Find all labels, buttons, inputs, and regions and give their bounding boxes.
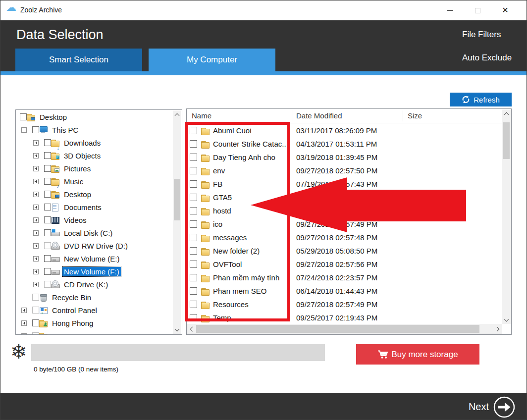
expand-icon[interactable]: [33, 269, 39, 274]
file-row[interactable]: Resources09/27/2018 02:57:49 PM: [187, 298, 502, 311]
file-row[interactable]: FB07/19/2018 02:57:43 PM: [187, 177, 502, 191]
file-row[interactable]: hostd: [187, 204, 502, 217]
checkbox[interactable]: [44, 178, 51, 185]
file-row[interactable]: ico09/27/2018 02:57:49 PM: [187, 217, 502, 231]
list-scrollbar-thumb[interactable]: [503, 122, 510, 159]
scroll-down-button[interactable]: [502, 315, 511, 324]
auto-exclude-link[interactable]: Auto Exclude: [462, 53, 512, 63]
buy-more-storage-button[interactable]: Buy more storage: [356, 344, 479, 365]
tree-row[interactable]: New Volume (F:): [16, 265, 173, 278]
checkbox[interactable]: [32, 126, 39, 133]
file-row[interactable]: Counter Strike Catac..04/13/2017 01:53:1…: [187, 137, 502, 151]
tree-row[interactable]: Hong Phong: [16, 316, 173, 329]
expand-icon[interactable]: [21, 308, 27, 313]
expand-icon[interactable]: [21, 320, 27, 326]
checkbox[interactable]: [32, 294, 39, 301]
scroll-right-button[interactable]: [493, 324, 502, 334]
checkbox[interactable]: [44, 204, 51, 210]
checkbox[interactable]: [44, 191, 51, 198]
checkbox[interactable]: [190, 127, 197, 134]
tree-scrollbar-thumb[interactable]: [174, 179, 180, 220]
file-row[interactable]: OVFTool09/27/2018 02:57:56 PM: [187, 258, 502, 271]
checkbox[interactable]: [190, 140, 197, 148]
checkbox[interactable]: [44, 139, 51, 146]
file-row[interactable]: Phan mềm máy tính07/24/2018 02:23:57 PM: [187, 271, 502, 284]
checkbox[interactable]: [190, 287, 197, 295]
checkbox[interactable]: [32, 307, 39, 314]
collapse-icon[interactable]: [21, 127, 27, 133]
expand-icon[interactable]: [21, 333, 27, 335]
checkbox[interactable]: [190, 274, 197, 281]
expand-icon[interactable]: [33, 140, 39, 146]
tree-row[interactable]: Local Disk (C:): [16, 226, 173, 239]
expand-icon[interactable]: [33, 282, 39, 287]
tree-vertical-scrollbar[interactable]: [173, 110, 181, 334]
tree-row[interactable]: Pictures: [16, 162, 173, 175]
checkbox[interactable]: [190, 220, 197, 228]
checkbox[interactable]: [190, 154, 197, 161]
expand-icon[interactable]: [33, 192, 39, 197]
tree-row[interactable]: New Volume (E:): [16, 252, 173, 265]
expand-icon[interactable]: [33, 243, 39, 249]
tab-my-computer[interactable]: My Computer: [149, 49, 275, 71]
list-hscrollbar-thumb[interactable]: [196, 325, 479, 333]
file-row[interactable]: env09/27/2018 02:57:50 PM: [187, 164, 502, 177]
checkbox[interactable]: [44, 165, 51, 172]
scroll-down-button[interactable]: [173, 325, 181, 334]
tree-row[interactable]: Videos: [16, 213, 173, 226]
tree-row[interactable]: Recycle Bin: [16, 291, 173, 304]
tree-row[interactable]: 3D Objects: [16, 149, 173, 162]
checkbox[interactable]: [190, 261, 197, 268]
close-button[interactable]: ✕: [494, 0, 517, 20]
minimize-button[interactable]: [438, 0, 461, 20]
checkbox[interactable]: [20, 113, 27, 120]
expand-icon[interactable]: [33, 179, 39, 184]
expand-icon[interactable]: [33, 230, 39, 236]
checkbox[interactable]: [190, 167, 197, 174]
list-vertical-scrollbar[interactable]: [502, 109, 511, 324]
tree-row[interactable]: Documents: [16, 201, 173, 213]
column-separator[interactable]: [403, 110, 403, 121]
file-row[interactable]: Temp09/25/2017 02:19:43 PM: [187, 311, 502, 324]
checkbox[interactable]: [190, 234, 197, 241]
file-row[interactable]: messages09/27/2018 02:57:48 PM: [187, 231, 502, 244]
checkbox[interactable]: [44, 255, 51, 262]
checkbox[interactable]: [190, 207, 197, 214]
expand-icon[interactable]: [33, 256, 39, 262]
checkbox[interactable]: [32, 332, 39, 334]
tree-row[interactable]: CD Drive (K:): [16, 278, 173, 291]
tree-row[interactable]: Downloads: [16, 136, 173, 149]
scroll-up-button[interactable]: [173, 110, 181, 119]
checkbox[interactable]: [32, 319, 39, 326]
checkbox[interactable]: [190, 194, 197, 201]
column-header-name[interactable]: Name: [192, 111, 211, 120]
expand-icon[interactable]: [33, 153, 39, 158]
checkbox[interactable]: [44, 152, 51, 159]
scroll-up-button[interactable]: [502, 109, 511, 118]
tree-row[interactable]: Control Panel: [16, 304, 173, 316]
maximize-button[interactable]: [466, 0, 489, 20]
file-row[interactable]: Abuml Cuoi03/11/2017 08:26:09 PM: [187, 124, 502, 137]
checkbox[interactable]: [190, 314, 197, 321]
tree-row[interactable]: Desktop: [16, 110, 173, 123]
scroll-left-button[interactable]: [187, 324, 196, 334]
file-row[interactable]: Phan mem SEO06/14/2018 01:44:43 PM: [187, 284, 502, 298]
expand-icon[interactable]: [33, 166, 39, 171]
column-separator[interactable]: [293, 110, 293, 121]
checkbox[interactable]: [190, 301, 197, 308]
tree-row[interactable]: [16, 329, 173, 334]
checkbox[interactable]: [190, 247, 197, 255]
checkbox[interactable]: [44, 242, 51, 249]
tab-smart-selection[interactable]: Smart Selection: [15, 49, 142, 71]
list-horizontal-scrollbar[interactable]: [187, 324, 502, 334]
column-header-size[interactable]: Size: [408, 111, 422, 120]
column-header-date-modified[interactable]: Date Modified: [296, 111, 342, 120]
checkbox[interactable]: [44, 268, 51, 275]
file-filters-link[interactable]: File Filters: [462, 30, 501, 40]
tree-row[interactable]: Desktop: [16, 188, 173, 201]
checkbox[interactable]: [44, 281, 51, 288]
refresh-button[interactable]: Refresh: [450, 93, 512, 106]
next-button[interactable]: Next: [469, 393, 516, 420]
expand-icon[interactable]: [33, 205, 39, 210]
file-row[interactable]: New folder (2)05/29/2018 05:08:50 PM: [187, 244, 502, 258]
